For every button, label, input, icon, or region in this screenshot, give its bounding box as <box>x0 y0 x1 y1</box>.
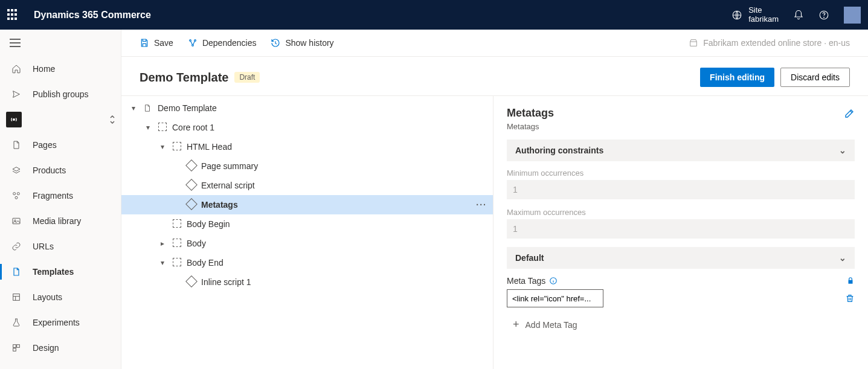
sidebar-item-label: Products <box>33 165 66 175</box>
section-label: Authoring constraints <box>515 146 603 155</box>
chevron-down-icon[interactable]: ▾ <box>143 123 153 132</box>
sidebar-item-home[interactable]: Home <box>0 56 121 82</box>
sidebar-item-label: Fragments <box>33 191 73 201</box>
tree-label: Body Begin <box>187 219 230 229</box>
sidebar-item-pages[interactable]: Pages <box>0 132 121 158</box>
svg-rect-10 <box>13 345 16 348</box>
chevron-down-icon[interactable]: ▾ <box>129 104 138 112</box>
save-button[interactable]: Save <box>140 38 173 48</box>
edit-icon[interactable] <box>844 108 855 119</box>
show-history-button[interactable]: Show history <box>271 38 333 48</box>
sidebar-item-label: Design <box>33 343 59 353</box>
sidebar-item-publish-groups[interactable]: Publish groups <box>0 82 121 107</box>
bell-icon[interactable] <box>793 10 804 21</box>
sidebar-item-design[interactable]: Design <box>0 335 121 361</box>
save-icon <box>140 38 149 48</box>
sidebar-item-experiments[interactable]: Experiments <box>0 310 121 335</box>
svg-point-6 <box>15 196 18 199</box>
avatar[interactable] <box>844 7 861 24</box>
sidebar-item-label: Publish groups <box>33 89 89 99</box>
tree-row-body[interactable]: ▸ Body <box>121 234 493 253</box>
outline-tree: ▾ Demo Template ▾ Core root 1 ▾ HTML Hea… <box>121 96 493 369</box>
svg-point-14 <box>194 40 196 42</box>
min-occurrences-value: 1 <box>507 180 855 199</box>
site-picker[interactable]: Site fabrikam <box>731 6 779 24</box>
cmd-label: Dependencies <box>202 38 257 48</box>
add-meta-label: Add Meta Tag <box>526 320 577 330</box>
more-icon[interactable]: ··· <box>476 200 487 210</box>
slot-icon <box>172 142 182 152</box>
chevron-right-icon[interactable]: ▸ <box>158 239 167 248</box>
site-label: Site <box>748 6 779 14</box>
tree-row-core[interactable]: ▾ Core root 1 <box>121 118 493 137</box>
tree-row-head[interactable]: ▾ HTML Head <box>121 137 493 156</box>
chevron-down-icon: ⌄ <box>839 146 846 155</box>
site-name: fabrikam <box>748 15 779 24</box>
slot-icon <box>172 258 182 268</box>
tree-row-external-script[interactable]: External script <box>121 176 493 195</box>
info-icon[interactable] <box>549 277 558 285</box>
globe-icon <box>731 10 742 21</box>
meta-tags-label: Meta Tags <box>507 276 545 286</box>
add-meta-tag-button[interactable]: + Add Meta Tag <box>507 318 855 331</box>
sidebar-item-label: URLs <box>33 242 54 251</box>
sidebar-item-label: Pages <box>33 140 57 150</box>
svg-point-3 <box>13 119 15 121</box>
tree-row-body-begin[interactable]: Body Begin <box>121 214 493 234</box>
top-bar: Dynamics 365 Commerce Site fabrikam <box>0 0 868 30</box>
help-icon[interactable] <box>818 10 829 21</box>
app-launcher-icon[interactable] <box>7 9 19 21</box>
svg-point-2 <box>824 17 825 18</box>
section-default[interactable]: Default ⌄ <box>507 247 855 269</box>
svg-point-13 <box>190 40 191 42</box>
section-authoring-constraints[interactable]: Authoring constraints ⌄ <box>507 140 855 161</box>
tree-label: Body End <box>187 258 223 268</box>
hamburger-icon[interactable] <box>0 30 121 56</box>
module-icon <box>187 161 196 172</box>
media-icon <box>11 216 22 226</box>
module-icon <box>187 181 196 191</box>
lock-icon[interactable] <box>846 277 855 285</box>
sidebar-item-products[interactable]: Products <box>0 158 121 183</box>
delete-icon[interactable] <box>845 294 855 303</box>
sidebar-item-fragments[interactable]: Fragments <box>0 183 121 208</box>
home-icon <box>11 64 22 74</box>
sidebar-item-templates[interactable]: Templates <box>0 259 121 284</box>
tree-label: Inline script 1 <box>201 277 251 287</box>
svg-point-15 <box>192 45 194 47</box>
tree-row-page-summary[interactable]: Page summary <box>121 156 493 176</box>
page-title: Demo Template <box>140 71 228 85</box>
chevron-down-icon[interactable]: ▾ <box>158 258 167 267</box>
module-icon <box>187 200 196 210</box>
sidebar-item-urls[interactable]: URLs <box>0 234 121 259</box>
tree-label: HTML Head <box>187 142 232 152</box>
sidebar-item-media-library[interactable]: Media library <box>0 208 121 234</box>
chevron-down-icon[interactable]: ▾ <box>158 143 167 151</box>
tree-row-metatags[interactable]: Metatags ··· <box>121 195 493 214</box>
main-area: Save Dependencies Show history Fabrikam … <box>121 30 868 369</box>
tree-row-body-end[interactable]: ▾ Body End <box>121 253 493 272</box>
meta-tag-input[interactable] <box>507 289 603 307</box>
min-occurrences-label: Minimum occurrences <box>507 168 855 178</box>
tree-row-inline-script[interactable]: Inline script 1 <box>121 272 493 292</box>
brand-title: Dynamics 365 Commerce <box>34 10 151 21</box>
details-title: Metatags <box>507 107 554 120</box>
chevron-updown-icon <box>109 115 116 124</box>
discard-edits-button[interactable]: Discard edits <box>780 68 850 87</box>
dependencies-button[interactable]: Dependencies <box>188 38 257 48</box>
slot-icon <box>172 219 182 229</box>
sidebar-item-layouts[interactable]: Layouts <box>0 284 121 310</box>
sidebar-item-label: Experiments <box>33 318 80 327</box>
max-occurrences-value: 1 <box>507 219 855 239</box>
svg-point-5 <box>17 193 19 195</box>
tree-row-root[interactable]: ▾ Demo Template <box>121 98 493 118</box>
slot-icon <box>172 239 182 249</box>
sidebar-item-label: Media library <box>33 216 81 226</box>
finish-editing-button[interactable]: Finish editing <box>700 68 774 87</box>
tree-label: Body <box>187 239 206 248</box>
svg-rect-11 <box>17 345 20 348</box>
sidebar-group-broadcast[interactable] <box>0 107 121 132</box>
cmd-label: Save <box>154 38 173 48</box>
dependencies-icon <box>188 38 198 48</box>
experiments-icon <box>11 318 22 327</box>
